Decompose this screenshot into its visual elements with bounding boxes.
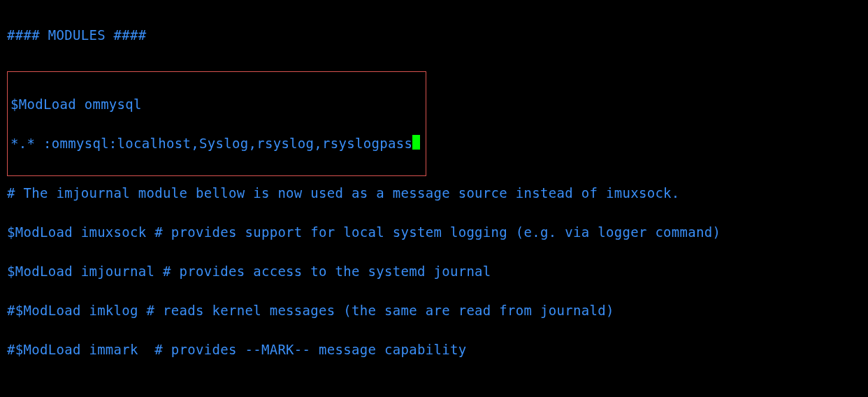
config-line: $ModLoad ommysql bbox=[10, 94, 420, 114]
config-line: *.* :ommysql:localhost,Syslog,rsyslog,rs… bbox=[10, 133, 420, 153]
config-line: #$ModLoad imklog # reads kernel messages… bbox=[7, 301, 861, 320]
config-line: $ModLoad imjournal # provides access to … bbox=[7, 261, 861, 281]
text-cursor bbox=[412, 135, 420, 150]
blank-line bbox=[7, 379, 861, 397]
config-line: # The imjournal module bellow is now use… bbox=[7, 183, 861, 203]
config-text: *.* :ommysql:localhost,Syslog,rsyslog,rs… bbox=[10, 136, 412, 151]
highlighted-config-block: $ModLoad ommysql *.* :ommysql:localhost,… bbox=[7, 71, 426, 176]
config-line: #$ModLoad immark # provides --MARK-- mes… bbox=[7, 340, 861, 359]
config-line: $ModLoad imuxsock # provides support for… bbox=[7, 222, 861, 242]
config-line: #### MODULES #### bbox=[7, 25, 861, 45]
terminal-editor[interactable]: #### MODULES #### $ModLoad ommysql *.* :… bbox=[0, 0, 868, 397]
